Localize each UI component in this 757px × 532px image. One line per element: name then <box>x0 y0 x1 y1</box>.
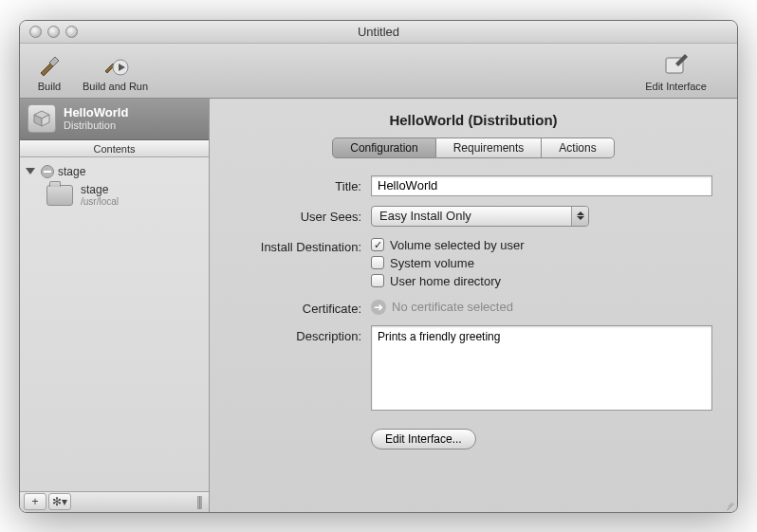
edit-interface-icon <box>660 48 692 81</box>
install-dest-label: Install Destination: <box>229 236 361 254</box>
action-menu-button[interactable]: ✻▾ <box>48 493 71 510</box>
sidebar-tree: stage stage /usr/local <box>20 157 209 491</box>
sidebar-title: HelloWorld <box>64 106 128 119</box>
do-not-enter-icon <box>41 165 54 178</box>
description-field[interactable] <box>371 325 712 411</box>
edit-interface-inline-button[interactable]: Edit Interface... <box>371 429 476 449</box>
sidebar-footer: + ✻▾ ||| <box>20 491 209 512</box>
window-resize-handle-icon[interactable] <box>722 497 735 510</box>
sidebar-package-header[interactable]: HelloWorld Distribution <box>20 99 209 140</box>
close-icon[interactable] <box>29 26 42 38</box>
segmented-tabs: Configuration Requirements Actions <box>229 138 718 158</box>
build-button[interactable]: Build <box>33 48 65 92</box>
sidebar-subtitle: Distribution <box>64 119 128 131</box>
certificate-value: No certificate selected <box>392 300 513 314</box>
checkbox-user-home-label: User home directory <box>390 274 501 288</box>
hammer-play-icon <box>100 48 132 81</box>
checkbox-volume-user-label: Volume selected by user <box>390 238 525 252</box>
sidebar: HelloWorld Distribution Contents stage s… <box>20 99 210 512</box>
disclosure-triangle-icon[interactable] <box>26 168 35 174</box>
tree-folder-row[interactable]: stage /usr/local <box>24 180 205 207</box>
edit-interface-label: Edit Interface <box>645 81 707 92</box>
folder-path: /usr/local <box>81 196 119 207</box>
tab-configuration[interactable]: Configuration <box>332 138 435 158</box>
edit-interface-button[interactable]: Edit Interface <box>645 48 707 92</box>
checkbox-user-home[interactable] <box>371 274 384 287</box>
add-button[interactable]: + <box>24 493 46 510</box>
folder-icon <box>46 185 73 206</box>
tab-requirements[interactable]: Requirements <box>436 138 543 158</box>
arrow-right-circle-icon: ➜ <box>371 300 386 315</box>
app-window: Untitled Build Build and Run Edit Interf… <box>19 20 738 513</box>
main-panel: HelloWorld (Distribution) Configuration … <box>210 99 737 512</box>
build-label: Build <box>38 81 61 92</box>
stepper-arrows-icon <box>571 207 588 226</box>
titlebar: Untitled <box>20 21 737 44</box>
checkbox-system-volume-label: System volume <box>390 256 474 270</box>
config-form: Title: User Sees: Easy Install Only Inst… <box>229 175 718 449</box>
description-label: Description: <box>229 325 361 343</box>
folder-name: stage <box>81 184 119 196</box>
hammer-icon <box>33 48 65 81</box>
window-title: Untitled <box>20 25 737 39</box>
tree-root-row[interactable]: stage <box>24 163 205 180</box>
page-title: HelloWorld (Distribution) <box>229 112 718 128</box>
resize-grip-icon[interactable]: ||| <box>196 494 201 509</box>
certificate-label: Certificate: <box>229 298 361 316</box>
checkbox-system-volume[interactable] <box>371 256 384 269</box>
minimize-icon[interactable] <box>47 26 60 38</box>
zoom-icon[interactable] <box>65 26 78 38</box>
build-and-run-button[interactable]: Build and Run <box>83 48 148 92</box>
checkbox-volume-user[interactable]: ✓ <box>371 238 384 251</box>
certificate-row[interactable]: ➜ No certificate selected <box>371 298 718 315</box>
gear-icon: ✻▾ <box>52 495 67 508</box>
tree-root-label: stage <box>58 165 85 178</box>
build-run-label: Build and Run <box>83 81 148 92</box>
user-sees-select[interactable]: Easy Install Only <box>371 206 589 227</box>
package-icon <box>28 104 56 133</box>
title-label: Title: <box>229 175 361 193</box>
title-field[interactable] <box>371 175 712 196</box>
tab-actions[interactable]: Actions <box>542 138 614 158</box>
toolbar: Build Build and Run Edit Interface <box>20 44 737 99</box>
user-sees-label: User Sees: <box>229 206 361 224</box>
user-sees-value: Easy Install Only <box>379 209 471 223</box>
sidebar-tab-contents[interactable]: Contents <box>20 140 209 157</box>
